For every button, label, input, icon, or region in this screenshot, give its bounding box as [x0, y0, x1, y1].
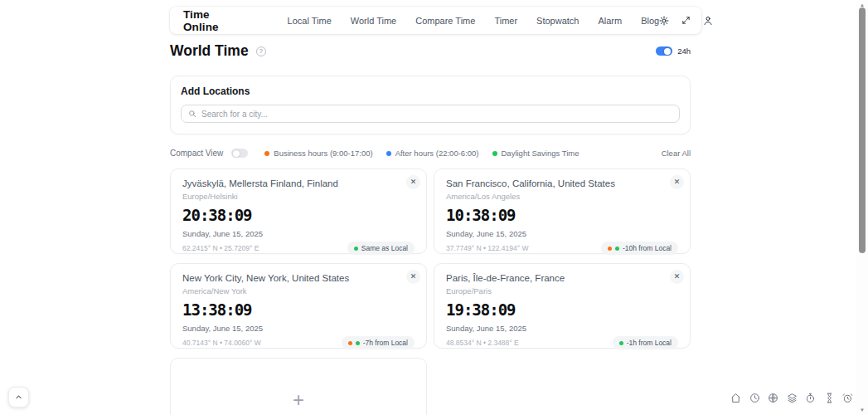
toggle-knob	[233, 150, 240, 157]
hours-legend: Business hours (9:00-17:00) After hours …	[264, 149, 579, 158]
card-footer: 62.2415° N • 25.7209° E Same as Local	[182, 242, 415, 255]
timezone-card-jyvaskyla: ✕ Jyväskylä, Mellersta Finland, Finland …	[170, 168, 427, 254]
city-search-input[interactable]	[201, 110, 672, 119]
status-dot	[615, 247, 619, 251]
plus-icon: +	[293, 390, 304, 410]
legend-dst: Daylight Savings Time	[492, 149, 579, 158]
status-dot	[608, 247, 612, 251]
status-dot	[354, 247, 358, 251]
compact-view-toggle[interactable]	[231, 149, 248, 158]
card-time: 13:38:09	[182, 300, 415, 319]
layers-icon[interactable]	[787, 393, 798, 403]
card-date: Sunday, June 15, 2025	[446, 229, 678, 238]
view-controls-row: Compact View Business hours (9:00-17:00)…	[170, 149, 691, 158]
city-search-box	[181, 105, 680, 123]
heading-row: World Time ? 24h	[170, 42, 691, 60]
timezone-card-san-francisco: ✕ San Francisco, California, United Stat…	[434, 168, 691, 254]
clear-all-button[interactable]: Clear All	[662, 149, 691, 158]
card-coordinates: 62.2415° N • 25.7209° E	[182, 244, 259, 252]
hourglass-icon[interactable]	[824, 393, 835, 403]
user-icon[interactable]	[703, 16, 713, 26]
time-format-toggle-group: 24h	[656, 46, 691, 56]
alarm-icon[interactable]	[842, 393, 853, 403]
help-icon[interactable]: ?	[256, 46, 266, 56]
toggle-knob	[664, 48, 671, 55]
add-location-card[interactable]: +	[170, 358, 427, 415]
home-icon[interactable]	[730, 393, 741, 403]
fullscreen-icon[interactable]	[681, 16, 691, 25]
nav-timer[interactable]: Timer	[494, 16, 517, 26]
scrollbar-thumb[interactable]	[859, 7, 866, 253]
main-nav: Local Time World Time Compare Time Timer…	[288, 16, 660, 26]
timezone-card-new-york: ✕ New York City, New York, United States…	[170, 263, 427, 349]
close-icon[interactable]: ✕	[406, 175, 420, 189]
card-date: Sunday, June 15, 2025	[446, 324, 678, 333]
24h-toggle[interactable]	[656, 46, 672, 56]
add-locations-title: Add Locations	[181, 85, 680, 97]
after-hours-dot	[386, 151, 391, 156]
card-timezone: Europe/Helsinki	[182, 192, 415, 201]
stopwatch-icon[interactable]	[805, 393, 816, 403]
status-dot	[356, 341, 360, 345]
quick-access-dock	[730, 393, 853, 403]
card-timezone: America/Los Angeles	[446, 192, 678, 201]
header-icon-group	[659, 16, 713, 26]
offset-badge: Same as Local	[347, 242, 415, 255]
legend-after-hours: After hours (22:00-6:00)	[386, 149, 479, 158]
card-time: 10:38:09	[446, 206, 678, 224]
nav-compare-time[interactable]: Compare Time	[415, 16, 475, 26]
business-hours-dot	[264, 151, 269, 156]
app-header: Time Online Local Time World Time Compar…	[170, 7, 701, 34]
card-coordinates: 40.7143° N • 74.0060° W	[182, 339, 261, 347]
status-dot	[348, 341, 352, 345]
add-locations-card: Add Locations	[170, 76, 691, 134]
vertical-scrollbar[interactable]: ▲ ▼	[856, 0, 868, 415]
close-icon[interactable]: ✕	[406, 270, 420, 284]
status-dot	[619, 341, 623, 345]
compact-view-label: Compact View	[170, 149, 223, 158]
legend-business-hours: Business hours (9:00-17:00)	[264, 149, 372, 158]
card-timezone: America/New York	[182, 286, 415, 295]
nav-stopwatch[interactable]: Stopwatch	[536, 16, 579, 26]
nav-alarm[interactable]: Alarm	[598, 16, 622, 26]
clock-icon[interactable]	[749, 393, 760, 403]
card-footer: 37.7749° N • 122.4194° W -10h from Local	[446, 242, 678, 255]
close-icon[interactable]: ✕	[670, 270, 684, 284]
card-time: 19:38:09	[446, 300, 678, 319]
theme-sun-icon[interactable]	[659, 16, 669, 26]
offset-badge: -10h from Local	[601, 242, 678, 255]
search-icon	[188, 106, 196, 121]
card-date: Sunday, June 15, 2025	[182, 324, 415, 333]
dst-dot	[492, 151, 497, 156]
card-date: Sunday, June 15, 2025	[182, 229, 415, 238]
nav-world-time[interactable]: World Time	[351, 16, 396, 26]
nav-local-time[interactable]: Local Time	[288, 16, 332, 26]
nav-blog[interactable]: Blog	[641, 16, 659, 26]
app-logo[interactable]: Time Online	[183, 8, 219, 33]
card-city: Paris, Île-de-France, France	[446, 273, 678, 283]
card-time: 20:38:09	[182, 206, 415, 224]
card-timezone: Europe/Paris	[446, 286, 678, 295]
card-coordinates: 37.7749° N • 122.4194° W	[446, 244, 529, 252]
page: Time Online Local Time World Time Compar…	[0, 0, 868, 415]
card-coordinates: 48.8534° N • 2.3488° E	[446, 339, 519, 347]
close-icon[interactable]: ✕	[670, 175, 684, 189]
scroll-to-top-button[interactable]	[8, 387, 29, 408]
offset-badge: -7h from Local	[342, 336, 415, 349]
page-title: World Time	[170, 42, 249, 60]
card-city: San Francisco, California, United States	[446, 178, 678, 188]
card-footer: 48.8534° N • 2.3488° E -1h from Local	[446, 336, 678, 349]
offset-badge: -1h from Local	[613, 336, 678, 349]
scrollbar-down-arrow[interactable]: ▼	[856, 407, 868, 413]
card-city: New York City, New York, United States	[182, 273, 415, 283]
24h-toggle-label: 24h	[677, 46, 691, 56]
timezone-cards-grid: ✕ Jyväskylä, Mellersta Finland, Finland …	[170, 168, 691, 415]
main-container: Time Online Local Time World Time Compar…	[170, 7, 701, 415]
card-city: Jyväskylä, Mellersta Finland, Finland	[182, 178, 415, 188]
chevron-up-icon	[15, 393, 22, 401]
globe-icon[interactable]	[768, 393, 778, 403]
card-footer: 40.7143° N • 74.0060° W -7h from Local	[182, 336, 415, 349]
timezone-card-paris: ✕ Paris, Île-de-France, France Europe/Pa…	[434, 263, 691, 349]
